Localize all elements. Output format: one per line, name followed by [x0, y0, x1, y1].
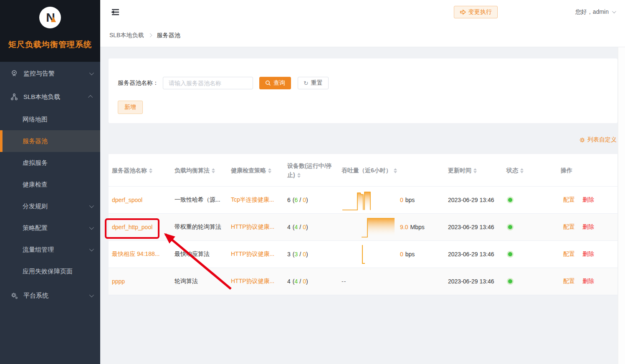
breadcrumb-separator-icon [148, 33, 152, 38]
delete-link[interactable]: 删除 [582, 278, 594, 284]
sidebar-item-server-pool[interactable]: 服务器池 [0, 130, 100, 152]
sidebar-collapse-icon[interactable] [110, 8, 120, 16]
network-icon [10, 93, 18, 101]
chevron-down-icon [89, 247, 94, 251]
throughput-value: 0bps [400, 197, 415, 203]
logo-triangle-icon [51, 17, 56, 22]
monitor-icon [10, 69, 18, 78]
logo-block: N 矩尺负载均衡管理系统 [0, 0, 100, 62]
sidebar-item-slb[interactable]: SLB本地负载 [0, 85, 100, 109]
sort-icon[interactable] [212, 168, 215, 173]
pool-name-link[interactable]: dperf_http_pool [112, 224, 152, 230]
updated-time: 2023-06-29 13:46 [448, 251, 494, 258]
device-count: 4(4/0) [284, 278, 338, 285]
settings-icon [579, 137, 585, 143]
health-check-link[interactable]: HTTP协议健康... [231, 250, 274, 257]
col-header-pool-name: 服务器池名称 [109, 162, 171, 179]
user-menu[interactable]: 您好，admin [575, 8, 615, 16]
status-dot [508, 225, 512, 229]
sort-icon[interactable] [520, 168, 524, 173]
chevron-down-icon [89, 203, 94, 208]
scrollbar-track[interactable] [618, 47, 625, 364]
sidebar-item-policy-config[interactable]: 策略配置 [0, 217, 100, 239]
sort-icon[interactable] [268, 168, 271, 173]
sort-icon[interactable] [297, 173, 301, 178]
health-check-link[interactable]: HTTP协议健康... [231, 278, 274, 284]
sidebar-menu: 监控与告警 SLB本地负载 网络地图 服务器池 虚拟服务 健康检查 分发规则 策… [0, 62, 100, 307]
pool-name-link[interactable]: 最快相应 94:188... [112, 250, 159, 257]
delete-link[interactable]: 删除 [582, 223, 594, 230]
algorithm-value: 轮询算法 [175, 278, 198, 284]
sort-icon[interactable] [473, 168, 477, 173]
sidebar-item-monitoring[interactable]: 监控与告警 [0, 62, 100, 85]
sidebar: N 矩尺负载均衡管理系统 监控与告警 SLB本地负载 网络地图 服务器池 虚拟服 [0, 0, 100, 364]
arrow-right-icon [460, 9, 466, 15]
chevron-down-icon [612, 9, 616, 13]
sidebar-item-platform[interactable]: 平台系统 [0, 284, 100, 307]
sidebar-item-health-check[interactable]: 健康检查 [0, 174, 100, 195]
change-execute-button[interactable]: 变更执行 [454, 6, 498, 18]
health-check-link[interactable]: HTTP协议健康... [231, 223, 274, 230]
delete-link[interactable]: 删除 [582, 196, 594, 203]
device-count: 3(3/0) [284, 251, 338, 258]
pool-name-link[interactable]: pppp [112, 278, 125, 285]
config-link[interactable]: 配置 [563, 223, 575, 230]
status-dot [508, 279, 512, 283]
query-button[interactable]: 查询 [259, 77, 291, 89]
algorithm-value: 一致性哈希（源... [175, 196, 220, 203]
throughput-sparkline [342, 189, 396, 212]
list-customize-link[interactable]: 列表自定义 [579, 136, 617, 144]
delete-link[interactable]: 删除 [582, 250, 594, 257]
updated-time: 2023-06-29 13:46 [448, 224, 494, 230]
sidebar-item-virtual-service[interactable]: 虚拟服务 [0, 152, 100, 174]
table-row: 最快相应 94:188... 最快响应算法 HTTP协议健康... 3(3/0)… [109, 241, 617, 268]
table-header-row: 服务器池名称 负载均衡算法 健康检查策略 设备数(运行中/停止) 吞吐量（近6小… [109, 154, 617, 187]
col-header-devices: 设备数(运行中/停止) [284, 157, 338, 184]
config-link[interactable]: 配置 [563, 278, 575, 284]
sidebar-item-failover-page[interactable]: 应用失效保障页面 [0, 260, 100, 282]
breadcrumb-parent[interactable]: SLB本地负载 [109, 32, 144, 39]
col-header-algorithm: 负载均衡算法 [171, 162, 228, 179]
status-dot [508, 198, 512, 202]
user-greeting: 您好，admin [575, 8, 609, 16]
refresh-icon: ↻ [304, 80, 309, 86]
health-check-link[interactable]: Tcp半连接健康... [231, 196, 274, 203]
table-row: pppp 轮询算法 HTTP协议健康... 4(4/0) -- 2023-06-… [109, 268, 617, 295]
sidebar-item-traffic-group[interactable]: 流量组管理 [0, 239, 100, 260]
reset-button[interactable]: ↻ 重置 [298, 77, 329, 89]
status-dot [508, 252, 512, 256]
throughput-value: 9.0Mbps [400, 224, 425, 230]
table-row: dperf_spool 一致性哈希（源... Tcp半连接健康... 6(6/0… [109, 187, 617, 214]
pool-name-input[interactable] [163, 77, 253, 89]
breadcrumb: SLB本地负载 服务器池 [100, 24, 625, 47]
throughput-sparkline [342, 216, 396, 239]
device-count: 4(4/0) [284, 224, 338, 230]
algorithm-value: 最快响应算法 [175, 250, 210, 257]
chevron-down-icon [89, 71, 94, 75]
col-header-status: 状态 [503, 162, 557, 179]
add-button[interactable]: 新增 [118, 101, 143, 114]
sidebar-item-network-map[interactable]: 网络地图 [0, 109, 100, 130]
throughput-no-data: -- [342, 278, 346, 285]
config-link[interactable]: 配置 [563, 196, 575, 203]
sidebar-item-label: SLB本地负载 [23, 93, 89, 101]
device-count: 6(6/0) [284, 197, 338, 203]
sort-icon[interactable] [394, 168, 397, 173]
throughput-sparkline [342, 243, 396, 266]
gear-icon [10, 291, 18, 300]
col-header-throughput: 吞吐量（近6小时） [338, 162, 445, 179]
throughput-value: 0bps [400, 251, 415, 258]
search-panel: 服务器池名称： 查询 ↻ 重置 新增 [109, 58, 617, 123]
col-header-health: 健康检查策略 [228, 162, 284, 179]
breadcrumb-current: 服务器池 [157, 32, 180, 39]
sidebar-item-label: 平台系统 [23, 292, 89, 300]
sort-icon[interactable] [149, 168, 152, 173]
updated-time: 2023-06-29 13:46 [448, 197, 494, 203]
col-header-actions: 操作 [557, 162, 617, 179]
config-link[interactable]: 配置 [563, 250, 575, 257]
server-pool-table: 服务器池名称 负载均衡算法 健康检查策略 设备数(运行中/停止) 吞吐量（近6小… [109, 154, 617, 295]
sidebar-item-dispatch-rules[interactable]: 分发规则 [0, 195, 100, 217]
algorithm-value: 带权重的轮询算法 [175, 223, 221, 230]
table-row: dperf_http_pool 带权重的轮询算法 HTTP协议健康... 4(4… [109, 214, 617, 241]
pool-name-link[interactable]: dperf_spool [112, 197, 142, 203]
